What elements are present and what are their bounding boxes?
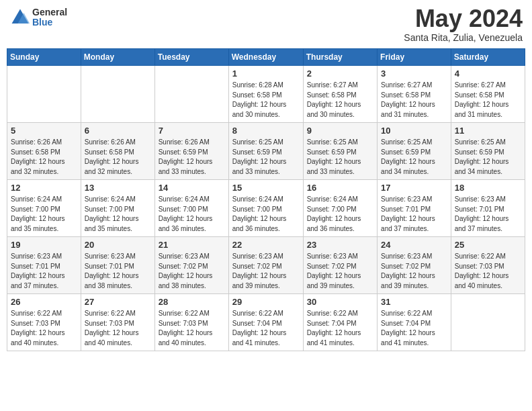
calendar-cell: 9Sunrise: 6:25 AMSunset: 6:59 PMDaylight… <box>303 123 377 180</box>
calendar-cell: 22Sunrise: 6:23 AMSunset: 7:02 PMDayligh… <box>228 237 303 294</box>
calendar-cell: 10Sunrise: 6:25 AMSunset: 6:59 PMDayligh… <box>378 123 451 180</box>
day-number: 18 <box>455 183 521 193</box>
calendar-cell <box>154 66 228 123</box>
day-info: Sunrise: 6:24 AMSunset: 7:00 PMDaylight:… <box>11 195 77 234</box>
calendar-cell: 5Sunrise: 6:26 AMSunset: 6:58 PMDaylight… <box>7 123 81 180</box>
calendar-cell: 11Sunrise: 6:25 AMSunset: 6:59 PMDayligh… <box>451 123 525 180</box>
calendar-cell: 8Sunrise: 6:25 AMSunset: 6:59 PMDaylight… <box>228 123 303 180</box>
day-number: 23 <box>307 240 373 250</box>
calendar-week-1: 1Sunrise: 6:28 AMSunset: 6:58 PMDaylight… <box>7 66 525 123</box>
day-number: 19 <box>11 240 77 250</box>
day-info: Sunrise: 6:26 AMSunset: 6:59 PMDaylight:… <box>159 138 225 177</box>
location: Santa Rita, Zulia, Venezuela <box>404 32 523 43</box>
day-number: 24 <box>381 240 447 250</box>
calendar-cell: 18Sunrise: 6:23 AMSunset: 7:01 PMDayligh… <box>451 180 525 237</box>
calendar-cell: 15Sunrise: 6:24 AMSunset: 7:00 PMDayligh… <box>228 180 303 237</box>
day-info: Sunrise: 6:23 AMSunset: 7:01 PMDaylight:… <box>85 252 151 291</box>
day-number: 12 <box>11 183 77 193</box>
calendar-cell: 29Sunrise: 6:22 AMSunset: 7:04 PMDayligh… <box>228 294 303 351</box>
day-number: 28 <box>159 297 225 307</box>
day-info: Sunrise: 6:24 AMSunset: 7:00 PMDaylight:… <box>307 195 373 234</box>
day-info: Sunrise: 6:28 AMSunset: 6:58 PMDaylight:… <box>232 81 300 120</box>
day-number: 6 <box>85 126 151 136</box>
title-area: May 2024 Santa Rita, Zulia, Venezuela <box>404 7 523 43</box>
calendar-week-5: 26Sunrise: 6:22 AMSunset: 7:03 PMDayligh… <box>7 294 525 351</box>
day-info: Sunrise: 6:27 AMSunset: 6:58 PMDaylight:… <box>455 81 521 120</box>
calendar-week-3: 12Sunrise: 6:24 AMSunset: 7:00 PMDayligh… <box>7 180 525 237</box>
logo-icon <box>9 7 31 28</box>
day-info: Sunrise: 6:23 AMSunset: 7:01 PMDaylight:… <box>11 252 77 291</box>
day-number: 5 <box>11 126 77 136</box>
calendar-cell: 4Sunrise: 6:27 AMSunset: 6:58 PMDaylight… <box>451 66 525 123</box>
column-header-sunday: Sunday <box>7 49 81 66</box>
day-info: Sunrise: 6:22 AMSunset: 7:03 PMDaylight:… <box>11 309 77 348</box>
day-number: 31 <box>381 297 447 307</box>
day-info: Sunrise: 6:26 AMSunset: 6:58 PMDaylight:… <box>11 138 77 177</box>
page-header: General Blue May 2024 Santa Rita, Zulia,… <box>7 7 525 43</box>
calendar-cell: 20Sunrise: 6:23 AMSunset: 7:01 PMDayligh… <box>81 237 154 294</box>
calendar-cell: 19Sunrise: 6:23 AMSunset: 7:01 PMDayligh… <box>7 237 81 294</box>
day-info: Sunrise: 6:23 AMSunset: 7:02 PMDaylight:… <box>307 252 373 291</box>
day-number: 25 <box>455 240 521 250</box>
calendar-cell <box>451 294 525 351</box>
day-number: 2 <box>307 68 373 79</box>
day-number: 10 <box>381 126 447 136</box>
calendar-cell: 2Sunrise: 6:27 AMSunset: 6:58 PMDaylight… <box>303 66 377 123</box>
day-info: Sunrise: 6:22 AMSunset: 7:03 PMDaylight:… <box>85 309 151 348</box>
logo-text: General Blue <box>32 7 67 28</box>
calendar-cell: 14Sunrise: 6:24 AMSunset: 7:00 PMDayligh… <box>154 180 228 237</box>
day-info: Sunrise: 6:22 AMSunset: 7:04 PMDaylight:… <box>232 309 300 348</box>
day-info: Sunrise: 6:22 AMSunset: 7:04 PMDaylight:… <box>381 309 447 348</box>
day-info: Sunrise: 6:23 AMSunset: 7:02 PMDaylight:… <box>232 252 300 291</box>
day-info: Sunrise: 6:26 AMSunset: 6:58 PMDaylight:… <box>85 138 151 177</box>
calendar-week-2: 5Sunrise: 6:26 AMSunset: 6:58 PMDaylight… <box>7 123 525 180</box>
day-number: 20 <box>85 240 151 250</box>
day-info: Sunrise: 6:23 AMSunset: 7:01 PMDaylight:… <box>381 195 447 234</box>
calendar-cell: 23Sunrise: 6:23 AMSunset: 7:02 PMDayligh… <box>303 237 377 294</box>
calendar-cell: 1Sunrise: 6:28 AMSunset: 6:58 PMDaylight… <box>228 66 303 123</box>
calendar-table: SundayMondayTuesdayWednesdayThursdayFrid… <box>7 48 525 351</box>
day-info: Sunrise: 6:27 AMSunset: 6:58 PMDaylight:… <box>307 81 373 120</box>
day-number: 4 <box>455 68 521 79</box>
calendar-cell: 24Sunrise: 6:23 AMSunset: 7:02 PMDayligh… <box>378 237 451 294</box>
column-header-tuesday: Tuesday <box>154 49 228 66</box>
calendar-cell: 6Sunrise: 6:26 AMSunset: 6:58 PMDaylight… <box>81 123 154 180</box>
day-info: Sunrise: 6:25 AMSunset: 6:59 PMDaylight:… <box>381 138 447 177</box>
day-info: Sunrise: 6:25 AMSunset: 6:59 PMDaylight:… <box>307 138 373 177</box>
day-info: Sunrise: 6:22 AMSunset: 7:04 PMDaylight:… <box>307 309 373 348</box>
day-number: 15 <box>232 183 300 193</box>
day-number: 29 <box>232 297 300 307</box>
day-number: 3 <box>381 68 447 79</box>
day-number: 30 <box>307 297 373 307</box>
calendar-cell: 30Sunrise: 6:22 AMSunset: 7:04 PMDayligh… <box>303 294 377 351</box>
column-header-thursday: Thursday <box>303 49 377 66</box>
day-info: Sunrise: 6:23 AMSunset: 7:01 PMDaylight:… <box>455 195 521 234</box>
logo-general: General <box>32 7 67 17</box>
day-info: Sunrise: 6:23 AMSunset: 7:02 PMDaylight:… <box>159 252 225 291</box>
logo-blue: Blue <box>32 17 67 28</box>
calendar-cell: 26Sunrise: 6:22 AMSunset: 7:03 PMDayligh… <box>7 294 81 351</box>
day-info: Sunrise: 6:24 AMSunset: 7:00 PMDaylight:… <box>232 195 300 234</box>
column-header-wednesday: Wednesday <box>228 49 303 66</box>
calendar-cell: 16Sunrise: 6:24 AMSunset: 7:00 PMDayligh… <box>303 180 377 237</box>
calendar-cell: 25Sunrise: 6:22 AMSunset: 7:03 PMDayligh… <box>451 237 525 294</box>
day-number: 14 <box>159 183 225 193</box>
day-info: Sunrise: 6:25 AMSunset: 6:59 PMDaylight:… <box>455 138 521 177</box>
logo: General Blue <box>9 7 67 28</box>
calendar-cell: 28Sunrise: 6:22 AMSunset: 7:03 PMDayligh… <box>154 294 228 351</box>
day-number: 26 <box>11 297 77 307</box>
calendar-cell: 7Sunrise: 6:26 AMSunset: 6:59 PMDaylight… <box>154 123 228 180</box>
day-info: Sunrise: 6:22 AMSunset: 7:03 PMDaylight:… <box>455 252 521 291</box>
day-info: Sunrise: 6:24 AMSunset: 7:00 PMDaylight:… <box>85 195 151 234</box>
day-info: Sunrise: 6:24 AMSunset: 7:00 PMDaylight:… <box>159 195 225 234</box>
calendar-cell <box>7 66 81 123</box>
day-info: Sunrise: 6:23 AMSunset: 7:02 PMDaylight:… <box>381 252 447 291</box>
column-header-friday: Friday <box>378 49 451 66</box>
calendar-week-4: 19Sunrise: 6:23 AMSunset: 7:01 PMDayligh… <box>7 237 525 294</box>
calendar-cell <box>81 66 154 123</box>
day-number: 8 <box>232 126 300 136</box>
column-header-saturday: Saturday <box>451 49 525 66</box>
day-number: 7 <box>159 126 225 136</box>
column-header-monday: Monday <box>81 49 154 66</box>
calendar-cell: 31Sunrise: 6:22 AMSunset: 7:04 PMDayligh… <box>378 294 451 351</box>
